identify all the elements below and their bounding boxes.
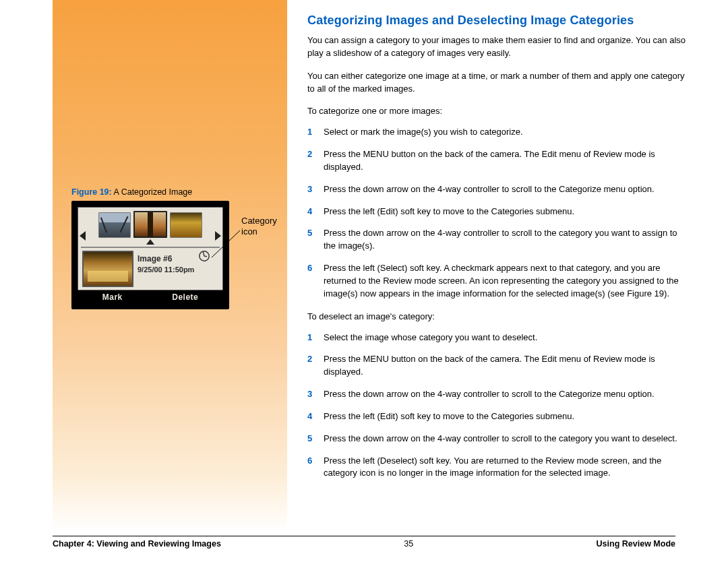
step-item: 6Press the left (Select) soft key. A che… bbox=[307, 262, 688, 301]
thumbnail-1 bbox=[98, 212, 131, 238]
step-number: 1 bbox=[307, 126, 324, 139]
step-item: 2Press the MENU button on the back of th… bbox=[307, 353, 688, 379]
step-item: 2Press the MENU button on the back of th… bbox=[307, 148, 688, 174]
step-number: 3 bbox=[307, 388, 324, 401]
selection-marker-icon bbox=[146, 239, 154, 245]
step-number: 2 bbox=[307, 148, 324, 174]
thumbnail-2 bbox=[133, 211, 167, 238]
step-text: Press the left (Edit) soft key to move t… bbox=[324, 206, 688, 218]
nav-left-icon bbox=[80, 231, 86, 241]
step-item: 3Press the down arrow on the 4-way contr… bbox=[307, 183, 688, 196]
nav-right-icon bbox=[215, 231, 221, 241]
main-content: Categorizing Images and Deselecting Imag… bbox=[287, 0, 728, 532]
deselect-lead: To deselect an image's category: bbox=[307, 311, 688, 323]
callout-label: Category icon bbox=[241, 216, 282, 237]
step-item: 1Select the image whose category you wan… bbox=[307, 332, 688, 344]
intro-paragraph-2: You can either categorize one image at a… bbox=[307, 70, 688, 96]
step-text: Press the left (Edit) soft key to move t… bbox=[324, 410, 688, 423]
steps-categorize: 1Select or mark the image(s) you wish to… bbox=[307, 126, 688, 300]
step-item: 1Select or mark the image(s) you wish to… bbox=[307, 126, 688, 139]
step-item: 4Press the left (Edit) soft key to move … bbox=[307, 410, 688, 423]
step-number: 3 bbox=[307, 183, 324, 196]
step-item: 5Press the down arrow on the 4-way contr… bbox=[307, 433, 688, 445]
preview-thumbnail bbox=[82, 251, 133, 287]
figure-wrap: Image #6 9/25/00 11:50pm Mark Delete bbox=[71, 201, 229, 309]
step-number: 6 bbox=[307, 262, 324, 301]
step-item: 4Press the left (Edit) soft key to move … bbox=[307, 206, 688, 218]
step-number: 4 bbox=[307, 206, 324, 218]
step-text: Select or mark the image(s) you wish to … bbox=[324, 126, 688, 139]
page: Figure 19: A Categorized Image bbox=[0, 0, 728, 562]
lcd-area: Image #6 9/25/00 11:50pm bbox=[78, 207, 223, 290]
figure-caption: Figure 19: A Categorized Image bbox=[71, 187, 274, 197]
softkey-bar: Mark Delete bbox=[78, 290, 223, 303]
figure-caption-text: A Categorized Image bbox=[112, 187, 193, 197]
step-item: 6Press the left (Deselect) soft key. You… bbox=[307, 455, 688, 480]
figure-label: Figure 19: bbox=[71, 187, 112, 197]
step-text: Press the left (Select) soft key. A chec… bbox=[324, 262, 688, 301]
thumbnail-3 bbox=[170, 212, 202, 238]
categorize-lead: To categorize one or more images: bbox=[307, 105, 688, 118]
content-row: Figure 19: A Categorized Image bbox=[0, 0, 728, 532]
softkey-delete: Delete bbox=[172, 292, 198, 302]
step-number: 2 bbox=[307, 353, 324, 379]
step-text: Press the MENU button on the back of the… bbox=[324, 353, 688, 379]
step-item: 3Press the down arrow on the 4-way contr… bbox=[307, 388, 688, 401]
footer-page-number: 35 bbox=[404, 539, 413, 549]
step-text: Select the image whose category you want… bbox=[324, 332, 688, 344]
step-text: Press the down arrow on the 4-way contro… bbox=[324, 227, 688, 253]
footer-chapter: Chapter 4: Viewing and Reviewing Images bbox=[53, 539, 221, 549]
step-number: 1 bbox=[307, 332, 324, 344]
step-text: Press the MENU button on the back of the… bbox=[324, 148, 688, 174]
steps-deselect: 1Select the image whose category you wan… bbox=[307, 332, 688, 480]
figure-block: Figure 19: A Categorized Image bbox=[71, 187, 274, 309]
step-text: Press the down arrow on the 4-way contro… bbox=[324, 433, 688, 445]
softkey-mark: Mark bbox=[102, 292, 123, 302]
step-text: Press the down arrow on the 4-way contro… bbox=[324, 388, 688, 401]
camera-screen: Image #6 9/25/00 11:50pm Mark Delete bbox=[71, 201, 229, 309]
intro-paragraph-1: You can assign a category to your images… bbox=[307, 34, 688, 60]
sidebar: Figure 19: A Categorized Image bbox=[53, 0, 287, 532]
image-metadata: Image #6 9/25/00 11:50pm bbox=[138, 251, 194, 287]
step-item: 5Press the down arrow on the 4-way contr… bbox=[307, 227, 688, 253]
image-name: Image #6 bbox=[138, 253, 194, 265]
step-number: 5 bbox=[307, 433, 324, 445]
step-number: 4 bbox=[307, 410, 324, 423]
section-title: Categorizing Images and Deselecting Imag… bbox=[307, 13, 688, 28]
page-footer: Chapter 4: Viewing and Reviewing Images … bbox=[53, 536, 675, 549]
thumbnail-strip bbox=[82, 211, 218, 238]
step-text: Press the left (Deselect) soft key. You … bbox=[324, 455, 688, 480]
image-datetime: 9/25/00 11:50pm bbox=[138, 265, 194, 275]
step-number: 6 bbox=[307, 455, 324, 480]
divider-line bbox=[81, 247, 220, 248]
step-number: 5 bbox=[307, 227, 324, 253]
footer-section: Using Review Mode bbox=[597, 539, 675, 549]
step-text: Press the down arrow on the 4-way contro… bbox=[324, 183, 688, 196]
